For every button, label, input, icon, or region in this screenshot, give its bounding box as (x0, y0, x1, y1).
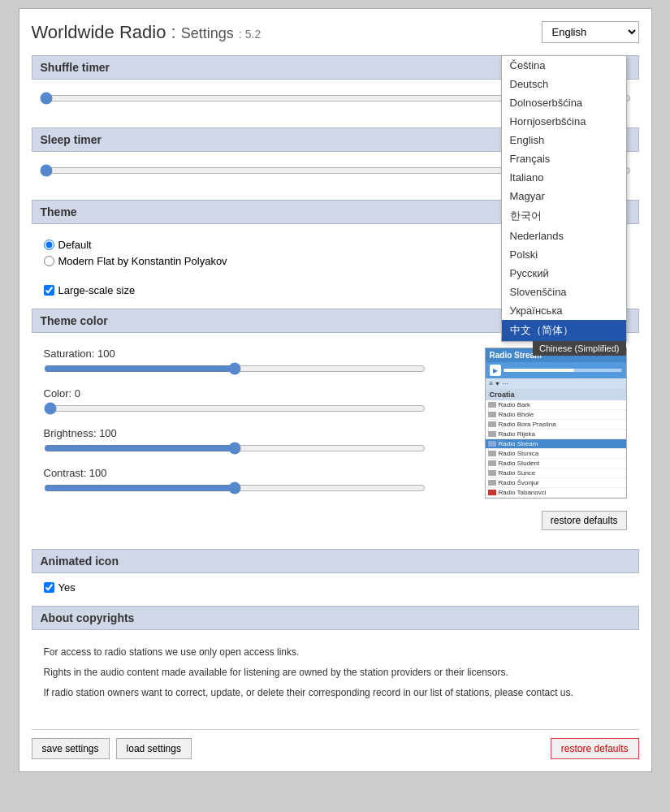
station-name: Radio Sunce (499, 469, 536, 477)
preview-ctrl-3: ⋯ (502, 380, 508, 387)
settings-page: Worldwide Radio : Settings : 5.2 English… (19, 8, 652, 772)
station-name: Radio Student (499, 460, 540, 467)
footer-buttons: save settings load settings restore defa… (32, 729, 639, 759)
animated-yes-checkbox[interactable] (44, 582, 54, 593)
page-title: Worldwide Radio : Settings : 5.2 (32, 22, 262, 43)
saturation-row: Saturation: 100 (44, 348, 473, 378)
lang-option-cs[interactable]: Čeština (502, 56, 626, 75)
animated-icon-header: Animated icon (32, 549, 639, 573)
lang-option-pl[interactable]: Polski (502, 245, 626, 264)
preview-ctrl-2: ♥ (495, 380, 499, 387)
page-header: Worldwide Radio : Settings : 5.2 English… (32, 21, 639, 43)
theme-modern-label: Modern Flat by Konstantin Polyakov (58, 255, 227, 267)
preview-ctrl-1: ≡ (490, 380, 494, 387)
preview-progress (504, 369, 622, 372)
animated-icon-section: Animated icon Yes (32, 549, 639, 594)
theme-default-radio[interactable] (44, 240, 54, 250)
brightness-label: Brightness: 100 (44, 427, 473, 439)
lang-option-zh[interactable]: 中文（简体） (502, 320, 626, 341)
lang-option-it[interactable]: Italiano (502, 168, 626, 187)
about-text: For access to radio stations we use only… (32, 638, 639, 713)
contrast-slider-wrap (44, 482, 426, 497)
contrast-row: Contrast: 100 (44, 467, 473, 497)
lang-option-ko[interactable]: 한국어 (502, 205, 626, 227)
lang-option-de[interactable]: Deutsch (502, 75, 626, 93)
flag-icon (488, 480, 496, 486)
preview-station-row: Radio Švonjur (486, 478, 626, 488)
saturation-label: Saturation: 100 (44, 348, 473, 360)
settings-label: Settings (181, 25, 234, 41)
lang-option-sl[interactable]: Slovenščina (502, 283, 626, 301)
preview-station-row-selected: Radio Stream (486, 439, 626, 449)
lang-option-dsb[interactable]: Dolnoserbšćina (502, 93, 626, 112)
flag-icon (488, 431, 496, 437)
about-line-2: Rights in the audio content made availab… (44, 665, 627, 680)
preview-station-row: Radio Stunica (486, 449, 626, 459)
flag-icon (488, 441, 496, 447)
flag-icon (488, 412, 496, 417)
theme-preview-box: Radio Stream ▶ ≡ ♥ ⋯ Croatia (485, 348, 627, 499)
contrast-label: Contrast: 100 (44, 467, 473, 479)
saturation-slider[interactable] (44, 362, 426, 375)
lang-option-hsb[interactable]: Hornjoserbšćina (502, 112, 626, 131)
about-line-3: If radio station owners want to correct,… (44, 685, 627, 701)
station-name: Radio Bora Praslina (499, 421, 556, 428)
color-slider-wrap (44, 402, 426, 417)
theme-color-inner: Saturation: 100 Color: 0 Brightness: 100 (32, 341, 639, 537)
large-scale-label: Large-scale size (58, 284, 136, 296)
lang-option-hu[interactable]: Magyar (502, 187, 626, 205)
flag-icon (488, 460, 496, 466)
preview-station-row: Radio Sunce (486, 469, 626, 478)
preview-progress-fill (504, 369, 575, 372)
station-name: Radio Švonjur (499, 479, 539, 486)
preview-station-row: Radio Rijeka (486, 430, 626, 439)
preview-country-label: Croatia (486, 389, 626, 400)
flag-icon (488, 421, 496, 427)
title-separator: : (171, 22, 181, 42)
station-name: Radio Stream (499, 440, 538, 447)
load-settings-btn[interactable]: load settings (116, 738, 192, 759)
color-row: Color: 0 (44, 387, 473, 417)
station-name: Radio Bark (499, 401, 531, 408)
lang-option-ru[interactable]: Русский (502, 264, 626, 283)
restore-defaults-btn[interactable]: restore defaults (551, 738, 639, 759)
large-scale-checkbox[interactable] (44, 285, 54, 296)
preview-player: ▶ (486, 362, 626, 378)
version-label: : 5.2 (239, 28, 261, 41)
lang-option-uk[interactable]: Українська (502, 301, 626, 320)
color-label: Color: 0 (44, 387, 473, 400)
language-select[interactable]: English (542, 21, 639, 43)
saturation-slider-wrap (44, 362, 426, 378)
save-settings-btn[interactable]: save settings (32, 738, 110, 759)
lang-option-en[interactable]: English (502, 131, 626, 149)
contrast-slider[interactable] (44, 482, 426, 495)
about-line-1: For access to radio stations we use only… (44, 645, 627, 660)
language-selector[interactable]: English Čeština Deutsch Dolnoserbšćina H… (542, 21, 639, 43)
flag-icon (488, 402, 496, 408)
preview-station-row: Radio Bark (486, 400, 626, 410)
flag-icon (488, 451, 496, 456)
station-name: Radio Stunica (499, 450, 539, 457)
flag-icon (488, 470, 496, 476)
theme-restore-defaults-btn[interactable]: restore defaults (542, 511, 627, 530)
theme-default-label: Default (58, 239, 92, 251)
footer-left: save settings load settings (32, 738, 192, 759)
theme-modern-radio[interactable] (44, 256, 54, 266)
preview-station-row: Radio Bhole (486, 410, 626, 420)
animated-yes-label: Yes (58, 581, 76, 594)
about-header: About copyrights (32, 606, 639, 630)
sliders-area: Saturation: 100 Color: 0 Brightness: 100 (44, 348, 473, 507)
lang-option-nl[interactable]: Nederlands (502, 227, 626, 245)
color-slider[interactable] (44, 402, 426, 415)
language-dropdown[interactable]: Čeština Deutsch Dolnoserbšćina Hornjoser… (501, 55, 627, 342)
app-name: Worldwide Radio (32, 22, 166, 42)
preview-station-row: Radio Bora Praslina (486, 420, 626, 430)
lang-option-fr[interactable]: Français (502, 149, 626, 168)
brightness-slider[interactable] (44, 442, 426, 455)
station-name: Radio Rijeka (499, 430, 535, 438)
preview-controls: ≡ ♥ ⋯ (486, 378, 626, 389)
lang-tooltip: Chinese (Simplified) (533, 341, 625, 356)
about-section: About copyrights For access to radio sta… (32, 606, 639, 713)
preview-station-row: Radio Tabanovci (486, 488, 626, 498)
animated-yes-option: Yes (44, 581, 627, 594)
